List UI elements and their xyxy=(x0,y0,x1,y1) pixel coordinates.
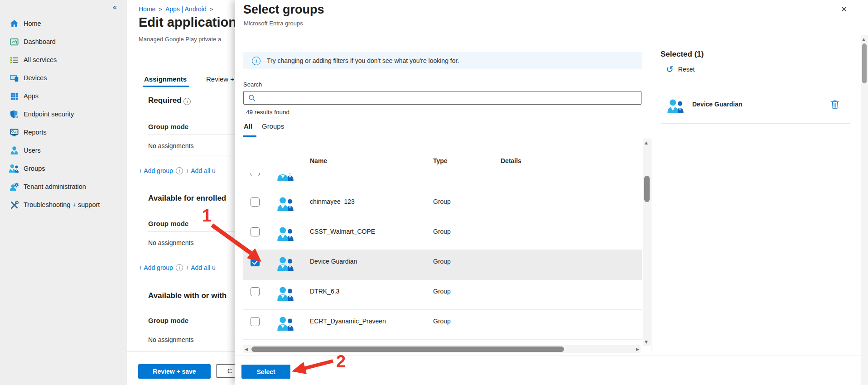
row-checkbox[interactable] xyxy=(251,173,260,176)
column-header-type: Type xyxy=(433,157,448,164)
sidebar-item-home[interactable]: Home xyxy=(0,14,127,33)
no-assignments-text: No assignments xyxy=(148,142,193,149)
list-horizontal-scrollbar[interactable]: ◀ ▶ xyxy=(243,345,641,353)
page-vertical-scrollbar[interactable]: ▲ xyxy=(861,35,868,385)
sidebar-item-tenant-administration[interactable]: Tenant administration xyxy=(0,178,127,196)
breadcrumb-separator: > xyxy=(210,6,213,13)
row-checkbox[interactable] xyxy=(251,257,260,266)
footer-divider xyxy=(127,351,235,351)
info-icon[interactable]: i xyxy=(176,167,183,174)
section-heading-required: Required i xyxy=(148,96,191,105)
vertical-scroll-thumb[interactable] xyxy=(644,176,650,202)
tab-groups[interactable]: Groups xyxy=(262,122,284,130)
tab-review-save[interactable]: Review + xyxy=(206,75,234,83)
no-assignments-text: No assignments xyxy=(148,336,193,343)
group-icon xyxy=(277,256,295,271)
sidebar-item-groups[interactable]: Groups xyxy=(0,159,127,178)
endpoint-security-icon xyxy=(9,109,19,120)
groups-list: chinmayee_123 Group CSST_Walmart_COPE Gr… xyxy=(243,173,642,347)
row-checkbox[interactable] xyxy=(251,317,260,326)
scroll-up-icon[interactable]: ▲ xyxy=(862,37,865,42)
column-header-details: Details xyxy=(501,157,521,164)
select-button[interactable]: Select xyxy=(241,365,290,379)
reports-icon xyxy=(9,127,19,138)
breadcrumb-separator: > xyxy=(159,6,162,13)
footer-divider xyxy=(235,356,868,356)
table-row-partial[interactable] xyxy=(243,173,642,190)
close-icon[interactable]: × xyxy=(841,4,847,14)
sidebar-item-troubleshooting-support[interactable]: Troubleshooting + support xyxy=(0,196,127,214)
group-icon xyxy=(667,99,685,114)
select-groups-panel: Select groups Microsoft Entra groups × i… xyxy=(235,0,868,385)
table-row[interactable]: DTRK_6.3 Group xyxy=(243,279,642,309)
table-row[interactable]: chinmayee_123 Group xyxy=(243,190,642,220)
group-type: Group xyxy=(433,198,451,205)
cancel-button[interactable]: C xyxy=(216,364,235,378)
search-label: Search xyxy=(243,81,262,88)
group-icon xyxy=(277,286,295,301)
divider xyxy=(148,135,235,135)
group-name: chinmayee_123 xyxy=(310,198,355,205)
sidebar-item-dashboard[interactable]: Dashboard xyxy=(0,33,127,51)
sidebar-item-devices[interactable]: Devices xyxy=(0,69,127,87)
row-checkbox[interactable] xyxy=(251,197,260,207)
list-vertical-scrollbar[interactable]: ▲ ▼ xyxy=(643,139,651,346)
selected-count-title: Selected (1) xyxy=(661,50,704,59)
vertical-scroll-thumb[interactable] xyxy=(862,43,867,83)
sidebar-item-endpoint-security[interactable]: Endpoint security xyxy=(0,105,127,123)
results-count: 49 results found xyxy=(246,109,289,116)
scroll-left-icon[interactable]: ◀ xyxy=(245,347,248,351)
sidebar-item-all-services[interactable]: All services xyxy=(0,51,127,69)
breadcrumb-apps-android-link[interactable]: Apps | Android xyxy=(165,5,207,13)
scroll-up-icon[interactable]: ▲ xyxy=(645,140,648,145)
sidebar-item-reports[interactable]: Reports xyxy=(0,123,127,141)
tab-assignments[interactable]: Assignments xyxy=(144,75,187,83)
tab-all[interactable]: All xyxy=(244,122,252,130)
divider xyxy=(661,123,850,124)
sidebar-item-users[interactable]: Users xyxy=(0,141,127,159)
group-type: Group xyxy=(433,258,451,265)
group-type: Group xyxy=(433,288,451,295)
divider xyxy=(148,155,235,155)
group-name: DTRK_6.3 xyxy=(310,288,339,295)
column-group-mode: Group mode xyxy=(148,317,188,324)
column-group-mode: Group mode xyxy=(148,123,188,130)
table-row[interactable]: CSST_Walmart_COPE Group xyxy=(243,220,642,250)
info-icon: i xyxy=(252,57,260,65)
troubleshooting-icon xyxy=(9,199,19,210)
info-icon[interactable]: i xyxy=(176,264,183,271)
review-save-button[interactable]: Review + save xyxy=(138,364,211,379)
add-group-link[interactable]: + Add group xyxy=(139,167,173,174)
divider xyxy=(661,90,850,90)
intune-portal-window: « Home Dashboard All services Devices Ap… xyxy=(0,0,868,385)
divider xyxy=(243,42,858,42)
group-icon xyxy=(277,197,295,212)
group-name: CSST_Walmart_COPE xyxy=(310,228,375,235)
row-checkbox[interactable] xyxy=(251,287,260,296)
banner-text: Try changing or adding filters if you do… xyxy=(267,57,459,64)
assignment-links: + Add group i + Add all u xyxy=(139,167,216,174)
search-input[interactable] xyxy=(258,94,641,102)
tenant-administration-icon xyxy=(9,181,19,192)
info-icon[interactable]: i xyxy=(183,98,191,105)
panel-subtitle: Microsoft Entra groups xyxy=(244,20,303,27)
table-row[interactable]: ECRT_Dyanamic_Praveen Group xyxy=(243,309,642,339)
scroll-down-icon[interactable]: ▼ xyxy=(645,340,648,344)
group-type: Group xyxy=(433,318,451,325)
horizontal-scroll-thumb[interactable] xyxy=(251,346,564,352)
delete-icon[interactable] xyxy=(830,99,839,110)
search-icon xyxy=(248,94,256,101)
divider xyxy=(148,252,235,252)
row-checkbox[interactable] xyxy=(251,227,260,236)
add-all-users-link[interactable]: + Add all u xyxy=(186,264,216,271)
table-row-selected[interactable]: Device Guardian Group xyxy=(243,250,642,279)
users-icon xyxy=(9,145,19,156)
reset-button[interactable]: ↺ Reset xyxy=(666,65,694,74)
add-all-users-link[interactable]: + Add all u xyxy=(186,167,216,174)
sidebar-item-apps[interactable]: Apps xyxy=(0,87,127,105)
group-name: Device Guardian xyxy=(310,258,357,265)
sidebar-collapse-icon[interactable]: « xyxy=(112,3,117,12)
scroll-right-icon[interactable]: ▶ xyxy=(636,347,639,351)
add-group-link[interactable]: + Add group xyxy=(139,264,173,271)
breadcrumb-home-link[interactable]: Home xyxy=(139,5,155,13)
